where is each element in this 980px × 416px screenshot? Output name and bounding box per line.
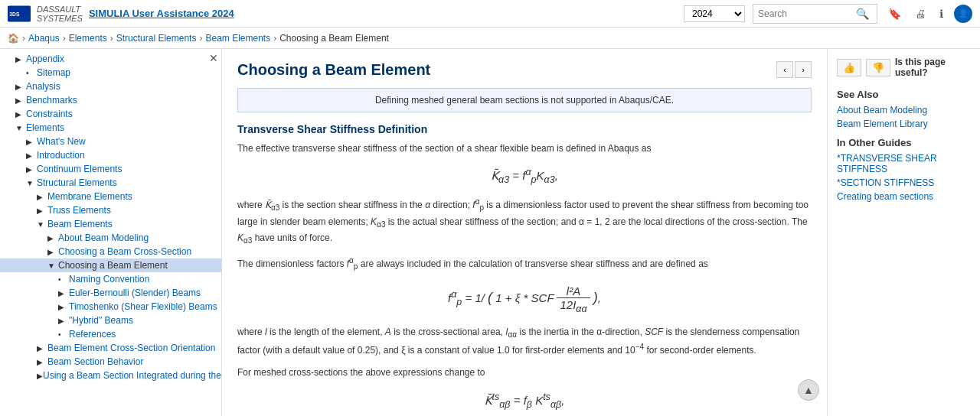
formula2: fαp = 1/ ( 1 + ξ * SCF l²A12Iαα ), xyxy=(448,291,601,304)
sidebar-item-introduction[interactable]: ▶ Introduction xyxy=(0,148,221,162)
search-input[interactable] xyxy=(758,8,850,19)
useful-text: Is this page useful? xyxy=(895,57,971,78)
product-title[interactable]: SIMULIA User Assistance 2024 xyxy=(89,8,234,19)
sidebar-item-hybrid-beams[interactable]: ▶ "Hybrid" Beams xyxy=(0,314,221,327)
logo-area: 3DS DASSAULTSYSTEMES SIMULIA User Assist… xyxy=(8,5,234,23)
avatar[interactable]: 👤 xyxy=(954,5,972,23)
section1-p2: The dimensionless factors fαp are always… xyxy=(237,255,812,273)
expand-icon: ▶ xyxy=(15,110,26,119)
expand-icon: ▶ xyxy=(15,83,26,91)
expand-icon: ▶ xyxy=(37,344,47,353)
bullet-icon: • xyxy=(58,330,69,339)
sidebar-item-label: Choosing a Beam Element xyxy=(58,260,168,271)
info-box-text: Defining meshed general beam sections is… xyxy=(375,95,674,106)
expand-icon: ▶ xyxy=(26,165,37,174)
sidebar-item-whats-new[interactable]: ▶ What's New xyxy=(0,135,221,148)
formula3: K̄tsαβ = fβ Ktsαβ, xyxy=(485,394,565,407)
section1-title: Transverse Shear Stiffness Definition xyxy=(237,123,812,135)
sidebar-item-using-beam-section[interactable]: ▶ Using a Beam Section Integrated during… xyxy=(0,369,221,382)
sidebar-item-euler-bernoulli[interactable]: ▶ Euler-Bernoulli (Slender) Beams xyxy=(0,286,221,300)
sidebar-item-references[interactable]: • References xyxy=(0,327,221,341)
formula2-note: where l is the length of the element, A … xyxy=(237,325,812,359)
sidebar-item-timoshenko[interactable]: ▶ Timoshenko (Shear Flexible) Beams xyxy=(0,300,221,314)
content-header: Choosing a Beam Element ‹ › xyxy=(237,61,812,88)
info-button[interactable]: ℹ xyxy=(936,6,946,21)
breadcrumb-sep-0: › xyxy=(22,33,25,44)
print-button[interactable]: 🖨 xyxy=(912,6,929,21)
sidebar-item-naming-convention[interactable]: • Naming Convention xyxy=(0,272,221,286)
collapse-icon: ▼ xyxy=(37,220,47,229)
sidebar-item-label: Appendix xyxy=(26,54,64,64)
sidebar-item-truss-elements[interactable]: ▶ Truss Elements xyxy=(0,203,221,217)
collapse-icon: ▼ xyxy=(26,179,37,187)
formula1-note: where K̄α3 is the section shear stiffnes… xyxy=(237,196,812,247)
see-also-link-1[interactable]: Beam Element Library xyxy=(837,119,971,129)
other-guide-link-2[interactable]: Creating beam sections xyxy=(837,191,971,202)
content-area: Choosing a Beam Element ‹ › Defining mes… xyxy=(222,49,827,416)
3ds-logo: 3DS xyxy=(8,5,31,22)
bookmark-button[interactable]: 🔖 xyxy=(885,6,904,21)
breadcrumb-abaqus[interactable]: Abaqus xyxy=(28,33,60,44)
sidebar-item-analysis[interactable]: ▶ Analysis xyxy=(0,80,221,93)
formula2-block: fαp = 1/ ( 1 + ξ * SCF l²A12Iαα ), xyxy=(237,284,812,314)
sidebar-item-label: What's New xyxy=(37,136,86,147)
nav-arrows: ‹ › xyxy=(776,61,812,78)
sidebar-item-structural-elements[interactable]: ▼ Structural Elements xyxy=(0,176,221,190)
sidebar-item-beam-elements[interactable]: ▼ Beam Elements xyxy=(0,217,221,231)
home-icon[interactable]: 🏠 xyxy=(8,33,19,44)
expand-icon: ▶ xyxy=(58,303,69,311)
sidebar-item-continuum-elements[interactable]: ▶ Continuum Elements xyxy=(0,162,221,176)
expand-icon: ▶ xyxy=(26,138,37,146)
main-layout: ✕ ▶ Appendix • Sitemap ▶ Analysis ▶ Benc… xyxy=(0,49,980,416)
sidebar-item-label: Choosing a Beam Cross-Section xyxy=(58,246,191,257)
breadcrumb-sep-2: › xyxy=(110,33,113,44)
see-also-link-0[interactable]: About Beam Modeling xyxy=(837,105,971,115)
sidebar-item-beam-section-behavior[interactable]: ▶ Beam Section Behavior xyxy=(0,355,221,369)
expand-icon: ▶ xyxy=(37,358,47,366)
sidebar-item-label: Beam Element Cross-Section Orientation xyxy=(47,343,215,353)
section1-p3: For meshed cross-sections the above expr… xyxy=(237,366,812,380)
formula1-block: K̄α3 = fαpKα3, xyxy=(237,167,812,185)
sidebar-item-label: Beam Section Behavior xyxy=(47,356,143,367)
sidebar-item-choosing-beam-cross-section[interactable]: ▶ Choosing a Beam Cross-Section xyxy=(0,245,221,258)
search-box: 🔍 xyxy=(753,4,877,24)
breadcrumb-structural-elements[interactable]: Structural Elements xyxy=(116,33,197,44)
search-button[interactable]: 🔍 xyxy=(853,6,872,21)
sidebar-item-elements[interactable]: ▼ Elements xyxy=(0,121,221,135)
sidebar-item-label: Elements xyxy=(26,122,64,133)
thumbs-up-button[interactable]: 👍 xyxy=(837,59,861,76)
sidebar-item-label: Naming Convention xyxy=(69,274,149,284)
sidebar: ✕ ▶ Appendix • Sitemap ▶ Analysis ▶ Benc… xyxy=(0,49,222,416)
sidebar-item-beam-cross-section-orientation[interactable]: ▶ Beam Element Cross-Section Orientation xyxy=(0,341,221,355)
sidebar-item-label: Timoshenko (Shear Flexible) Beams xyxy=(69,301,217,312)
next-button[interactable]: › xyxy=(795,61,812,78)
sidebar-item-constraints[interactable]: ▶ Constraints xyxy=(0,107,221,121)
sidebar-item-benchmarks[interactable]: ▶ Benchmarks xyxy=(0,93,221,107)
prev-button[interactable]: ‹ xyxy=(776,61,793,78)
sidebar-item-appendix[interactable]: ▶ Appendix xyxy=(0,52,221,66)
year-select[interactable]: 2024 xyxy=(684,5,745,22)
company-name: DASSAULTSYSTEMES xyxy=(37,5,83,23)
sidebar-close-button[interactable]: ✕ xyxy=(209,52,218,64)
breadcrumb-beam-elements[interactable]: Beam Elements xyxy=(205,33,270,44)
bullet-icon: • xyxy=(26,69,37,77)
in-other-guides-title: In Other Guides xyxy=(837,137,971,148)
sidebar-item-membrane-elements[interactable]: ▶ Membrane Elements xyxy=(0,190,221,203)
page-title: Choosing a Beam Element xyxy=(237,61,430,79)
sidebar-item-sitemap[interactable]: • Sitemap xyxy=(0,66,221,80)
sidebar-item-label: About Beam Modeling xyxy=(58,232,149,243)
sidebar-item-label: Sitemap xyxy=(37,67,70,78)
other-guide-link-0[interactable]: *TRANSVERSE SHEAR STIFFNESS xyxy=(837,153,971,174)
breadcrumb-sep-1: › xyxy=(63,33,66,44)
expand-icon: ▶ xyxy=(58,289,69,297)
other-guide-link-1[interactable]: *SECTION STIFFNESS xyxy=(837,177,971,188)
expand-icon: ▶ xyxy=(37,372,43,380)
sidebar-item-about-beam-modeling[interactable]: ▶ About Beam Modeling xyxy=(0,231,221,245)
breadcrumb-elements[interactable]: Elements xyxy=(69,33,107,44)
thumbs-down-button[interactable]: 👎 xyxy=(866,59,890,76)
sidebar-item-choosing-beam-element[interactable]: ▼ Choosing a Beam Element xyxy=(0,258,221,272)
top-header: 3DS DASSAULTSYSTEMES SIMULIA User Assist… xyxy=(0,0,980,28)
sidebar-item-label: Beam Elements xyxy=(47,219,113,229)
scroll-to-top-button[interactable]: ▲ xyxy=(798,379,819,401)
expand-icon: ▶ xyxy=(26,151,37,160)
